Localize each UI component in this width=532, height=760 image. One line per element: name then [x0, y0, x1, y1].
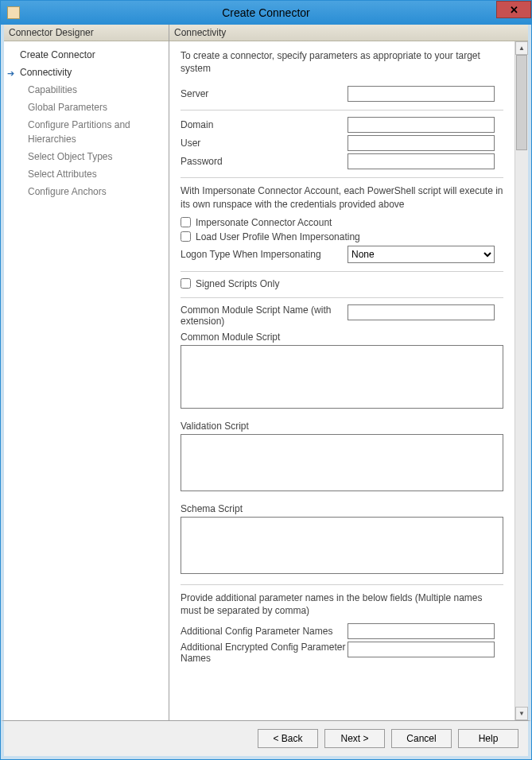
schema-script-textarea[interactable]	[181, 517, 503, 574]
scroll-thumb[interactable]	[516, 55, 527, 150]
validation-script-label: Validation Script	[181, 421, 503, 432]
sidebar-item-partitions[interactable]: Configure Partitions and Hierarchies	[4, 116, 169, 148]
logon-type-select[interactable]: None	[348, 246, 495, 263]
impersonate-check-label: Impersonate Connector Account	[196, 217, 332, 228]
sidebar-item-label: Connectivity	[20, 67, 72, 78]
load-profile-check-row: Load User Profile When Impersonating	[181, 231, 503, 242]
scroll-track[interactable]	[515, 55, 528, 707]
sidebar-nav: Create Connector ➔ Connectivity Capabili…	[4, 41, 169, 200]
impersonate-check-row: Impersonate Connector Account	[181, 217, 503, 228]
sidebar-header: Connector Designer	[4, 25, 169, 41]
validation-script-textarea[interactable]	[181, 434, 503, 491]
window-frame: Create Connector ✕ Connector Designer Cr…	[0, 0, 532, 760]
current-step-arrow-icon: ➔	[7, 66, 14, 80]
intro-text: To create a connector, specify parameter…	[181, 49, 503, 75]
sidebar-item-attributes[interactable]: Select Attributes	[4, 165, 169, 183]
wizard-footer: < Back Next > Cancel Help	[1, 720, 531, 759]
additional-encrypted-label: Additional Encrypted Config Parameter Na…	[181, 642, 348, 664]
server-input[interactable]	[348, 86, 495, 102]
common-module-name-row: Common Module Script Name (with extensio…	[181, 304, 503, 327]
content-wrap: To create a connector, specify parameter…	[169, 41, 528, 720]
common-module-script-label: Common Module Script	[181, 332, 503, 343]
sidebar-item-label: Global Parameters	[28, 102, 107, 113]
password-label: Password	[181, 156, 348, 167]
password-input[interactable]	[348, 153, 495, 169]
user-label: User	[181, 138, 348, 149]
vertical-scrollbar[interactable]: ▲ ▼	[515, 41, 528, 720]
close-icon: ✕	[510, 4, 518, 16]
sidebar-item-anchors[interactable]: Configure Anchors	[4, 183, 169, 200]
additional-encrypted-row: Additional Encrypted Config Parameter Na…	[181, 642, 503, 664]
signed-only-check-row: Signed Scripts Only	[181, 278, 503, 289]
domain-row: Domain	[181, 117, 503, 133]
load-profile-check-label: Load User Profile When Impersonating	[196, 231, 360, 242]
scroll-up-button[interactable]: ▲	[515, 41, 528, 55]
sidebar-item-label: Configure Anchors	[28, 186, 107, 197]
domain-label: Domain	[181, 119, 348, 130]
chevron-down-icon: ▼	[518, 710, 525, 717]
separator	[181, 584, 503, 585]
additional-config-row: Additional Config Parameter Names	[181, 623, 503, 639]
help-button[interactable]: Help	[458, 729, 518, 748]
signed-only-check-label: Signed Scripts Only	[196, 278, 279, 289]
scroll-down-button[interactable]: ▼	[515, 707, 528, 720]
additional-config-input[interactable]	[348, 623, 495, 639]
main-panel: Connectivity To create a connector, spec…	[169, 25, 528, 720]
sidebar-item-label: Create Connector	[20, 49, 95, 60]
back-button[interactable]: < Back	[258, 729, 318, 748]
user-input[interactable]	[348, 135, 495, 151]
sidebar-item-global-parameters[interactable]: Global Parameters	[4, 99, 169, 116]
content-area: To create a connector, specify parameter…	[169, 41, 515, 720]
common-module-name-label: Common Module Script Name (with extensio…	[181, 304, 348, 327]
common-module-name-input[interactable]	[348, 304, 495, 320]
sidebar-panel: Connector Designer Create Connector ➔ Co…	[4, 25, 169, 720]
sidebar-item-object-types[interactable]: Select Object Types	[4, 148, 169, 165]
window-body: Connector Designer Create Connector ➔ Co…	[1, 25, 531, 720]
domain-input[interactable]	[348, 117, 495, 133]
next-button[interactable]: Next >	[324, 729, 385, 748]
close-button[interactable]: ✕	[496, 1, 531, 18]
server-row: Server	[181, 86, 503, 102]
cancel-button[interactable]: Cancel	[391, 729, 452, 748]
impersonate-note: With Impersonate Connector Account, each…	[181, 184, 503, 210]
sidebar-item-label: Capabilities	[28, 84, 77, 95]
sidebar-item-create-connector[interactable]: Create Connector	[4, 46, 169, 64]
logon-type-row: Logon Type When Impersonating None	[181, 246, 503, 263]
sidebar-item-label: Configure Partitions and Hierarchies	[28, 119, 130, 145]
user-row: User	[181, 135, 503, 151]
separator	[181, 271, 503, 272]
additional-config-label: Additional Config Parameter Names	[181, 626, 348, 637]
additional-encrypted-input[interactable]	[348, 642, 495, 657]
sidebar-item-label: Select Attributes	[28, 169, 97, 180]
schema-script-label: Schema Script	[181, 503, 503, 514]
load-profile-checkbox[interactable]	[181, 231, 191, 242]
separator	[181, 297, 503, 298]
additional-note: Provide additional parameter names in th…	[181, 591, 503, 617]
password-row: Password	[181, 153, 503, 169]
sidebar-item-label: Select Object Types	[28, 151, 113, 162]
server-label: Server	[181, 88, 348, 99]
signed-only-checkbox[interactable]	[181, 278, 191, 289]
main-header: Connectivity	[169, 25, 528, 41]
impersonate-checkbox[interactable]	[181, 217, 191, 227]
sidebar-item-connectivity[interactable]: ➔ Connectivity	[4, 64, 169, 81]
logon-type-label: Logon Type When Impersonating	[181, 249, 348, 260]
sidebar-item-capabilities[interactable]: Capabilities	[4, 81, 169, 99]
separator	[181, 110, 503, 111]
common-module-script-textarea[interactable]	[181, 345, 503, 409]
separator	[181, 177, 503, 178]
window-title: Create Connector	[1, 6, 531, 19]
chevron-up-icon: ▲	[518, 45, 525, 52]
app-icon	[7, 6, 20, 19]
title-bar[interactable]: Create Connector ✕	[1, 1, 531, 25]
